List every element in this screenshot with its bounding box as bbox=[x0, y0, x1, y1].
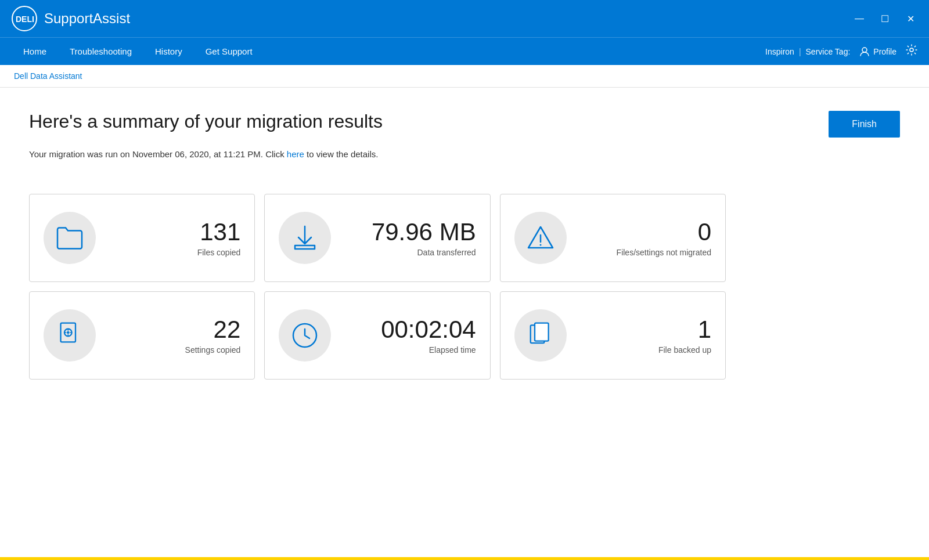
nav-get-support[interactable]: Get Support bbox=[194, 38, 264, 65]
data-transferred-icon-circle bbox=[279, 212, 331, 264]
settings-copied-info: 22 Settings copied bbox=[110, 316, 240, 355]
svg-text:DELL: DELL bbox=[16, 15, 34, 24]
page-title: Here's a summary of your migration resul… bbox=[29, 111, 383, 132]
files-copied-value: 131 bbox=[110, 219, 240, 245]
stat-card-elapsed-time: 00:02:04 Elapsed time bbox=[264, 291, 490, 380]
elapsed-time-info: 00:02:04 Elapsed time bbox=[345, 316, 476, 355]
main-content: Here's a summary of your migration resul… bbox=[0, 88, 929, 557]
description-suffix: to view the details. bbox=[304, 149, 379, 159]
stat-card-files-copied: 131 Files copied bbox=[29, 194, 255, 282]
stats-grid: 131 Files copied 79.96 MB Data transferr… bbox=[29, 194, 726, 380]
svg-point-4 bbox=[539, 244, 541, 246]
svg-rect-10 bbox=[535, 323, 549, 341]
dell-icon: DELL bbox=[12, 6, 37, 31]
page-header: Here's a summary of your migration resul… bbox=[29, 111, 900, 138]
service-tag-label: Service Tag: bbox=[806, 47, 851, 56]
profile-button[interactable]: Profile bbox=[859, 46, 896, 57]
breadcrumb-bar: Dell Data Assistant bbox=[0, 65, 929, 88]
file-backed-up-value: 1 bbox=[581, 316, 711, 343]
nav-home[interactable]: Home bbox=[12, 38, 58, 65]
profile-label: Profile bbox=[873, 47, 896, 56]
minimize-button[interactable]: — bbox=[852, 13, 866, 24]
elapsed-time-icon-circle bbox=[279, 309, 331, 362]
close-button[interactable]: ✕ bbox=[903, 13, 917, 24]
not-migrated-label: Files/settings not migrated bbox=[581, 248, 711, 257]
stat-card-settings-copied: 22 Settings copied bbox=[29, 291, 255, 380]
stat-card-data-transferred: 79.96 MB Data transferred bbox=[264, 194, 490, 282]
download-icon bbox=[290, 223, 319, 252]
not-migrated-icon-circle bbox=[514, 212, 567, 264]
clock-icon bbox=[290, 321, 319, 350]
app-logo: DELL SupportAssist bbox=[12, 6, 130, 31]
device-name: Inspiron bbox=[765, 47, 794, 56]
settings-button[interactable] bbox=[906, 44, 917, 59]
file-backed-up-info: 1 File backed up bbox=[581, 316, 711, 355]
nav-history[interactable]: History bbox=[143, 38, 194, 65]
data-transferred-label: Data transferred bbox=[345, 248, 476, 257]
file-copy-icon bbox=[526, 321, 555, 350]
app-title: SupportAssist bbox=[44, 10, 130, 27]
data-transferred-value: 79.96 MB bbox=[345, 219, 476, 245]
finish-button[interactable]: Finish bbox=[829, 111, 900, 138]
maximize-button[interactable]: ☐ bbox=[878, 13, 892, 24]
nav-bar: Home Troubleshooting History Get Support… bbox=[0, 37, 929, 65]
migration-description: Your migration was run on November 06, 2… bbox=[29, 149, 900, 159]
device-info: Inspiron | Service Tag: bbox=[765, 47, 850, 56]
nav-right: Inspiron | Service Tag: Profile bbox=[765, 44, 917, 59]
nav-divider: | bbox=[799, 47, 801, 56]
profile-icon bbox=[859, 46, 870, 57]
settings-copied-icon-circle bbox=[44, 309, 96, 362]
not-migrated-info: 0 Files/settings not migrated bbox=[581, 219, 711, 257]
svg-point-1 bbox=[862, 48, 867, 52]
stat-card-file-backed-up: 1 File backed up bbox=[500, 291, 726, 380]
window-controls: — ☐ ✕ bbox=[852, 13, 917, 24]
nav-troubleshooting[interactable]: Troubleshooting bbox=[58, 38, 143, 65]
title-bar: DELL SupportAssist — ☐ ✕ bbox=[0, 0, 929, 37]
not-migrated-value: 0 bbox=[581, 219, 711, 245]
file-backed-up-label: File backed up bbox=[581, 345, 711, 355]
warning-icon bbox=[526, 223, 555, 252]
svg-point-7 bbox=[67, 331, 70, 334]
files-copied-info: 131 Files copied bbox=[110, 219, 240, 257]
svg-point-2 bbox=[910, 48, 913, 52]
details-link[interactable]: here bbox=[287, 149, 304, 159]
files-copied-label: Files copied bbox=[110, 248, 240, 257]
description-prefix: Your migration was run on November 06, 2… bbox=[29, 149, 287, 159]
folder-icon bbox=[55, 223, 84, 252]
settings-copied-value: 22 bbox=[110, 316, 240, 343]
bottom-bar bbox=[0, 557, 929, 560]
nav-links: Home Troubleshooting History Get Support bbox=[12, 38, 264, 65]
file-backed-up-icon-circle bbox=[514, 309, 567, 362]
elapsed-time-value: 00:02:04 bbox=[345, 316, 476, 343]
settings-file-icon bbox=[55, 321, 84, 350]
data-transferred-info: 79.96 MB Data transferred bbox=[345, 219, 476, 257]
settings-copied-label: Settings copied bbox=[110, 345, 240, 355]
breadcrumb[interactable]: Dell Data Assistant bbox=[14, 71, 82, 81]
stat-card-not-migrated: 0 Files/settings not migrated bbox=[500, 194, 726, 282]
files-copied-icon-circle bbox=[44, 212, 96, 264]
elapsed-time-label: Elapsed time bbox=[345, 345, 476, 355]
settings-icon bbox=[906, 44, 917, 56]
